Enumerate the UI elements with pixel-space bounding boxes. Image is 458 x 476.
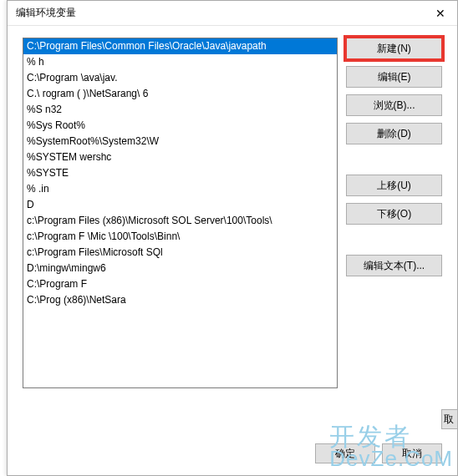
close-icon[interactable]: ✕ bbox=[424, 1, 457, 26]
list-item[interactable]: D:\mingw\mingw6 bbox=[23, 261, 337, 276]
list-item[interactable]: %SYSTE bbox=[23, 165, 337, 181]
list-item[interactable]: C:\Program Files\Common Files\Oracle\Jav… bbox=[23, 38, 337, 54]
env-path-list[interactable]: C:\Program Files\Common Files\Oracle\Jav… bbox=[23, 38, 338, 388]
dialog-body: C:\Program Files\Common Files\Oracle\Jav… bbox=[8, 26, 457, 397]
list-item[interactable]: %SYSTEM wershc bbox=[23, 149, 337, 165]
dialog-title: 编辑环境变量 bbox=[16, 6, 76, 20]
list-item[interactable]: C:\Prog (x86)\NetSara bbox=[23, 292, 337, 308]
move-down-button[interactable]: 下移(O) bbox=[346, 203, 442, 225]
button-gap bbox=[346, 231, 442, 255]
list-item[interactable]: D bbox=[23, 197, 337, 213]
dialog-window: 编辑环境变量 ✕ C:\Program Files\Common Files\O… bbox=[7, 0, 458, 476]
list-item[interactable]: %Sys Root% bbox=[23, 118, 337, 134]
list-item[interactable]: % h bbox=[23, 54, 337, 70]
button-column: 新建(N) 编辑(E) 浏览(B)... 删除(D) 上移(U) 下移(O) 编… bbox=[346, 38, 442, 388]
list-item[interactable]: C:\Program \ava\jav. bbox=[23, 70, 337, 86]
list-item[interactable]: c:\Program Files (x86)\Microsoft SOL Ser… bbox=[23, 213, 337, 229]
ok-button[interactable]: 确定 bbox=[315, 443, 375, 463]
button-gap bbox=[346, 151, 442, 175]
list-item[interactable]: C:\Program F bbox=[23, 276, 337, 292]
partial-cancel-button[interactable]: 取 bbox=[441, 409, 458, 429]
list-item[interactable]: c:\Program Files\Microsoft SQl bbox=[23, 245, 337, 261]
titlebar: 编辑环境变量 ✕ bbox=[8, 1, 457, 26]
delete-button[interactable]: 删除(D) bbox=[346, 123, 442, 144]
cancel-button[interactable]: 取消 bbox=[382, 443, 442, 463]
list-item[interactable]: % .in bbox=[23, 181, 337, 197]
list-item[interactable]: c:\Program F \Mic \100\Tools\Binn\ bbox=[23, 229, 337, 245]
edit-text-button[interactable]: 编辑文本(T)... bbox=[346, 255, 442, 276]
new-button[interactable]: 新建(N) bbox=[346, 38, 442, 59]
list-item[interactable]: %SystemRoot%\System32\W bbox=[23, 134, 337, 149]
edit-button[interactable]: 编辑(E) bbox=[346, 66, 442, 88]
list-item[interactable]: C.\ rogram ( )\NetSarang\ 6 bbox=[23, 86, 337, 102]
move-up-button[interactable]: 上移(U) bbox=[346, 175, 442, 196]
list-item[interactable]: %S n32 bbox=[23, 102, 337, 118]
browse-button[interactable]: 浏览(B)... bbox=[346, 94, 442, 116]
dialog-footer: 确定 取消 bbox=[308, 443, 457, 463]
